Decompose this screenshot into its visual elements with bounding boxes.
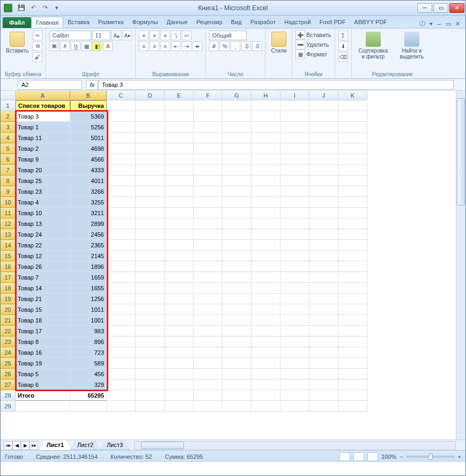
cell-I20[interactable] (280, 304, 309, 315)
cell-J1[interactable] (309, 100, 338, 111)
cell-E13[interactable] (165, 229, 194, 240)
cell-H20[interactable] (252, 304, 280, 315)
cell-B10[interactable]: 3255 (70, 197, 107, 208)
cell-D27[interactable] (136, 379, 165, 390)
cell-B24[interactable]: 723 (70, 347, 107, 358)
cell-D21[interactable] (136, 315, 165, 326)
cell-E9[interactable] (165, 186, 194, 197)
cell-A21[interactable]: Товар 18 (16, 315, 70, 326)
cell-K15[interactable] (338, 251, 367, 261)
cell-J26[interactable] (309, 369, 338, 379)
cell-J11[interactable] (309, 208, 338, 218)
cell-I11[interactable] (280, 208, 309, 218)
ribbon-tab-2[interactable]: Разметка (94, 17, 128, 28)
vertical-scrollbar[interactable] (456, 91, 465, 440)
cell-B21[interactable]: 1001 (70, 315, 107, 326)
zoom-slider[interactable] (406, 456, 455, 458)
cell-K17[interactable] (338, 272, 367, 283)
increase-decimal-icon[interactable]: .0 (241, 41, 251, 51)
cell-H15[interactable] (252, 251, 280, 261)
cell-H17[interactable] (252, 272, 280, 283)
cell-A22[interactable]: Товар 17 (16, 326, 70, 336)
cell-G26[interactable] (223, 369, 252, 379)
row-header-22[interactable]: 22 (1, 326, 16, 336)
cell-A9[interactable]: Товар 23 (16, 186, 70, 197)
cell-B14[interactable]: 2365 (70, 240, 107, 251)
cell-G2[interactable] (223, 111, 252, 122)
cell-A27[interactable]: Товар 6 (16, 379, 70, 390)
cell-B4[interactable]: 5011 (70, 133, 107, 143)
cell-E17[interactable] (165, 272, 194, 283)
row-header-3[interactable]: 3 (1, 122, 16, 133)
cell-A5[interactable]: Товар 2 (16, 143, 70, 154)
normal-view-icon[interactable] (339, 452, 350, 461)
cell-K27[interactable] (338, 379, 367, 390)
cell-K22[interactable] (338, 326, 367, 336)
cell-A18[interactable]: Товар 14 (16, 283, 70, 294)
cell-F29[interactable] (194, 401, 223, 412)
row-header-5[interactable]: 5 (1, 143, 16, 154)
row-header-14[interactable]: 14 (1, 240, 16, 251)
cell-I21[interactable] (280, 315, 309, 326)
cell-F11[interactable] (194, 208, 223, 218)
cell-E11[interactable] (165, 208, 194, 218)
doc-close-icon[interactable]: ✕ (455, 20, 460, 27)
cell-F9[interactable] (194, 186, 223, 197)
copy-icon[interactable]: ⧉ (33, 41, 42, 51)
cell-C15[interactable] (107, 251, 136, 261)
cell-F1[interactable] (194, 100, 223, 111)
cell-K14[interactable] (338, 240, 367, 251)
align-right-icon[interactable]: ≡ (160, 41, 170, 51)
cell-K28[interactable] (338, 390, 367, 401)
cell-J6[interactable] (309, 154, 338, 165)
cell-C25[interactable] (107, 358, 136, 369)
zoom-in-icon[interactable]: + (458, 453, 461, 460)
row-header-24[interactable]: 24 (1, 347, 16, 358)
ribbon-tab-4[interactable]: Данные (162, 17, 192, 28)
cell-A24[interactable]: Товар 16 (16, 347, 70, 358)
cell-G9[interactable] (223, 186, 252, 197)
cell-A10[interactable]: Товар 4 (16, 197, 70, 208)
merge-icon[interactable]: ⬌ (193, 41, 202, 51)
cell-I3[interactable] (280, 122, 309, 133)
find-select-button[interactable]: Найти и выделить (394, 31, 430, 61)
cell-F16[interactable] (194, 261, 223, 272)
cell-H18[interactable] (252, 283, 280, 294)
row-header-29[interactable]: 29 (1, 401, 16, 412)
cell-K3[interactable] (338, 122, 367, 133)
cell-F24[interactable] (194, 347, 223, 358)
cell-F8[interactable] (194, 175, 223, 186)
zoom-out-icon[interactable]: − (400, 453, 403, 460)
cell-H28[interactable] (252, 390, 280, 401)
cell-B6[interactable]: 4566 (70, 154, 107, 165)
cell-D7[interactable] (136, 165, 165, 175)
cell-I8[interactable] (280, 175, 309, 186)
cell-E6[interactable] (165, 154, 194, 165)
cell-C20[interactable] (107, 304, 136, 315)
row-header-26[interactable]: 26 (1, 369, 16, 379)
cell-G19[interactable] (223, 294, 252, 304)
cell-A16[interactable]: Товар 26 (16, 261, 70, 272)
cell-G1[interactable] (223, 100, 252, 111)
cell-J29[interactable] (309, 401, 338, 412)
orientation-icon[interactable]: ⤵ (171, 31, 181, 40)
cell-J2[interactable] (309, 111, 338, 122)
cell-A4[interactable]: Товар 11 (16, 133, 70, 143)
cell-C7[interactable] (107, 165, 136, 175)
row-header-15[interactable]: 15 (1, 251, 16, 261)
cell-J21[interactable] (309, 315, 338, 326)
cell-F2[interactable] (194, 111, 223, 122)
cell-D14[interactable] (136, 240, 165, 251)
cell-J4[interactable] (309, 133, 338, 143)
cell-J9[interactable] (309, 186, 338, 197)
cell-E5[interactable] (165, 143, 194, 154)
cell-K19[interactable] (338, 294, 367, 304)
cell-H5[interactable] (252, 143, 280, 154)
cell-K8[interactable] (338, 175, 367, 186)
cell-A20[interactable]: Товар 15 (16, 304, 70, 315)
paste-button[interactable]: Вставить (4, 31, 31, 55)
row-header-18[interactable]: 18 (1, 283, 16, 294)
cell-F27[interactable] (194, 379, 223, 390)
align-bottom-icon[interactable]: ≡ (160, 31, 170, 40)
cell-B22[interactable]: 983 (70, 326, 107, 336)
